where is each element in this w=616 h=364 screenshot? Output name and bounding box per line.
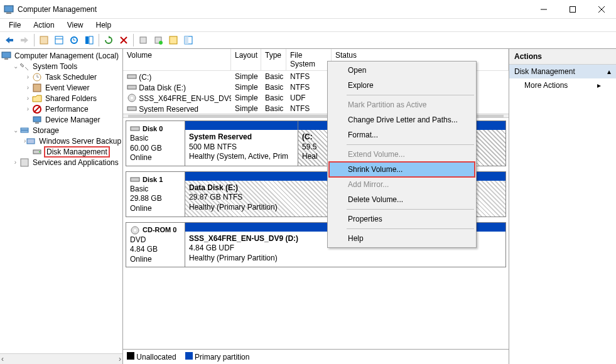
tree-hscroll[interactable]: ‹› <box>0 353 122 364</box>
col-volume[interactable]: Volume <box>123 49 231 70</box>
refresh-button[interactable] <box>102 33 116 47</box>
svg-rect-29 <box>35 122 39 124</box>
close-button[interactable] <box>587 0 616 19</box>
toolbar-btn-2[interactable] <box>52 33 66 47</box>
menu-explore[interactable]: Explore <box>329 78 475 93</box>
backup-icon <box>26 136 36 146</box>
svg-rect-3 <box>570 6 576 12</box>
svg-rect-35 <box>21 159 28 166</box>
maximize-button[interactable] <box>558 0 587 19</box>
toolbar <box>0 31 616 49</box>
menu-bar: File Action View Help <box>0 19 616 31</box>
tree-root[interactable]: Computer Management (Local) <box>1 50 121 61</box>
toolbar-btn-4[interactable] <box>82 33 96 47</box>
cdrom-icon <box>130 225 140 235</box>
svg-rect-1 <box>6 13 11 14</box>
toolbar-btn-5[interactable] <box>136 33 150 47</box>
menu-mark-active: Mark Partition as Active <box>329 97 475 112</box>
storage-icon <box>19 126 30 136</box>
disk-info[interactable]: Disk 0 Basic60.00 GBOnline <box>126 121 185 166</box>
wrench-icon <box>19 62 30 72</box>
forward-button[interactable] <box>18 33 31 47</box>
tree-device-manager[interactable]: Device Manager <box>1 114 121 125</box>
back-button[interactable] <box>3 33 16 47</box>
legend: Unallocated Primary partition <box>123 349 509 364</box>
minimize-button[interactable] <box>529 0 558 19</box>
toolbar-btn-1[interactable] <box>37 33 51 47</box>
col-fs[interactable]: File System <box>286 49 332 70</box>
tree-task-scheduler[interactable]: ›Task Scheduler <box>1 72 121 82</box>
tree-disk-management[interactable]: Disk Management <box>1 146 121 157</box>
disk-mgmt-icon <box>32 147 42 157</box>
tree-shared-folders[interactable]: ›Shared Folders <box>1 93 121 104</box>
services-icon <box>19 158 30 168</box>
hdd-icon <box>130 174 140 185</box>
actions-more[interactable]: More Actions▸ <box>509 78 616 92</box>
menu-help[interactable]: Help <box>91 19 117 31</box>
tree-event-viewer[interactable]: ›Event Viewer <box>1 82 121 93</box>
legend-primary: Primary partition <box>195 353 249 361</box>
menu-help[interactable]: Help <box>329 231 475 246</box>
folder-share-icon <box>32 94 42 104</box>
menu-action[interactable]: Action <box>28 19 59 31</box>
menu-change-letter[interactable]: Change Drive Letter and Paths... <box>329 112 475 127</box>
clock-icon <box>32 72 42 82</box>
device-icon <box>32 115 42 125</box>
tree-performance[interactable]: ›Performance <box>1 104 121 114</box>
svg-rect-13 <box>89 36 93 44</box>
svg-rect-25 <box>33 84 41 92</box>
svg-rect-0 <box>4 6 13 12</box>
svg-rect-40 <box>127 107 136 110</box>
menu-view[interactable]: View <box>62 19 89 31</box>
svg-rect-8 <box>40 36 48 44</box>
hdd-icon <box>130 124 140 134</box>
menu-shrink[interactable]: Shrink Volume... <box>329 162 475 177</box>
toolbar-btn-6[interactable] <box>151 33 165 47</box>
svg-rect-21 <box>185 36 188 44</box>
chevron-right-icon: ▸ <box>597 81 601 90</box>
svg-rect-42 <box>131 178 139 181</box>
tree-storage[interactable]: ⌄Storage <box>1 125 121 136</box>
toolbar-btn-7[interactable] <box>166 33 180 47</box>
svg-rect-30 <box>21 128 28 130</box>
tree-wsb[interactable]: ›Windows Server Backup <box>1 136 121 146</box>
svg-line-27 <box>34 106 40 112</box>
menu-format[interactable]: Format... <box>329 127 475 142</box>
col-type[interactable]: Type <box>261 49 286 70</box>
tree-system-tools[interactable]: ⌄System Tools <box>1 61 121 72</box>
disk-info[interactable]: Disk 1 Basic29.88 GBOnline <box>126 172 185 217</box>
toolbar-btn-8[interactable] <box>181 33 195 47</box>
window-title: Computer Management <box>18 5 529 14</box>
svg-rect-22 <box>2 52 11 58</box>
menu-open[interactable]: Open <box>329 63 475 78</box>
partition-system-reserved[interactable]: System Reserved500 MB NTFSHealthy (Syste… <box>185 121 298 166</box>
svg-point-18 <box>159 41 163 45</box>
svg-rect-7 <box>21 39 25 41</box>
disk-info[interactable]: CD-ROM 0 DVD4.84 GBOnline <box>126 223 185 267</box>
menu-file[interactable]: File <box>4 19 26 31</box>
svg-rect-9 <box>55 36 63 44</box>
menu-properties[interactable]: Properties <box>329 211 475 227</box>
toolbar-btn-3[interactable] <box>67 33 81 47</box>
menu-mirror: Add Mirror... <box>329 177 475 192</box>
delete-button[interactable] <box>117 33 131 47</box>
app-icon <box>4 4 14 14</box>
svg-rect-37 <box>127 85 136 89</box>
event-icon <box>32 83 42 93</box>
svg-rect-32 <box>27 139 35 144</box>
col-layout[interactable]: Layout <box>231 49 261 70</box>
svg-rect-19 <box>170 36 177 44</box>
svg-rect-28 <box>33 117 41 122</box>
svg-rect-31 <box>21 131 28 132</box>
svg-point-34 <box>39 151 40 153</box>
menu-delete[interactable]: Delete Volume... <box>329 192 475 207</box>
menu-extend: Extend Volume... <box>329 147 475 162</box>
tree-services[interactable]: ›Services and Applications <box>1 157 121 168</box>
title-bar: Computer Management <box>0 0 616 19</box>
legend-unallocated: Unallocated <box>136 353 176 361</box>
collapse-icon: ▴ <box>607 67 611 76</box>
actions-header: Actions <box>509 49 616 65</box>
actions-section-dm[interactable]: Disk Management▴ <box>509 65 616 78</box>
svg-point-39 <box>131 97 133 99</box>
performance-icon <box>32 104 42 114</box>
